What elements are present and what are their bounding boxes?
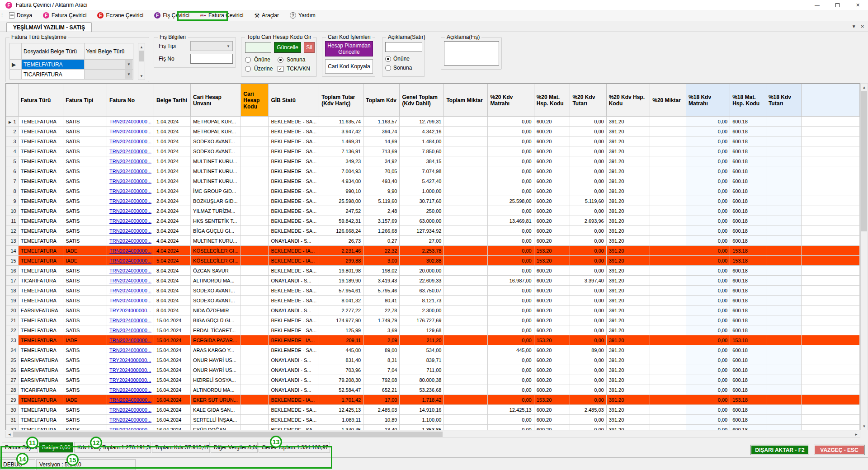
cell-kdv20-tutar[interactable]: 0,00: [570, 236, 606, 246]
cell-kdv20-tutar[interactable]: 2.693,96: [570, 216, 606, 226]
cell-belge-tarihi[interactable]: 4.04.2024: [154, 236, 191, 246]
cell-kdv20-matrah[interactable]: 0,00: [488, 306, 534, 315]
cell-toplam-kdv[interactable]: 394,74: [363, 127, 400, 136]
cell-fatura-tipi[interactable]: SATIS: [63, 186, 107, 196]
cell-fatura-no[interactable]: TRN2024000000...: [107, 176, 154, 186]
cell-fatura-turu[interactable]: TICARIFATURA: [18, 276, 63, 286]
cell-toplam-kdv[interactable]: 17,00: [363, 395, 400, 405]
disari-aktar-button[interactable]: DIŞARI AKTAR - F2: [750, 445, 809, 455]
cell-cari-unvan[interactable]: NİDA ÖZDEMİR: [191, 306, 241, 315]
cell-toplam-kdv[interactable]: 8,31: [363, 355, 400, 365]
cell-genel-toplam[interactable]: 8.121,73: [400, 296, 444, 306]
cell-kdv18-matrah[interactable]: 0,00: [686, 136, 730, 146]
cell-cari-unvan[interactable]: SODEXO AVANT...: [191, 286, 241, 296]
cell-toplam-tutar[interactable]: 57.954,61: [319, 286, 363, 296]
cell-belge-tarihi[interactable]: 8.04.2024: [154, 306, 191, 315]
cell-cari-unvan[interactable]: ONUR HAYRİ US...: [191, 365, 241, 375]
cell-mat20-kodu[interactable]: 600.20: [534, 166, 570, 176]
invoice-link[interactable]: TRN2024000000...: [109, 278, 151, 283]
cell-toplam-tutar[interactable]: 7.136,91: [319, 146, 363, 156]
cell-kdv18-matrah[interactable]: 0,00: [686, 226, 730, 236]
cell-fatura-turu[interactable]: TEMELFATURA: [18, 395, 63, 405]
cell-kdv18-matrah[interactable]: 0,00: [686, 266, 730, 276]
cell-toplam-tutar[interactable]: 349,23: [319, 156, 363, 166]
cell-no[interactable]: 5: [6, 156, 19, 166]
cell-toplam-tutar[interactable]: 4.934,00: [319, 176, 363, 186]
cell-mat20-kodu[interactable]: 600.20: [534, 146, 570, 156]
cell-fatura-turu[interactable]: TEMELFATURA: [18, 345, 63, 355]
cell-cari-unvan[interactable]: ERDAL TİCARET...: [191, 325, 241, 335]
cell-kdv20-tutar[interactable]: 0,00: [570, 335, 606, 345]
cell-kdv20-matrah[interactable]: 0,00: [488, 385, 534, 395]
cell-mat18-kodu[interactable]: 600.18: [730, 385, 766, 395]
cell-toplam-kdv[interactable]: 792,08: [363, 375, 400, 385]
cell-fatura-no[interactable]: TRN2024000000...: [107, 206, 154, 216]
cell-fatura-no[interactable]: TRN2024000000...: [107, 136, 154, 146]
cell-kdv20-tutar[interactable]: 0,00: [570, 136, 606, 146]
cell-kdv20-hsp-kodu[interactable]: 391.20: [606, 355, 650, 365]
cell-kdv18-matrah[interactable]: 0,00: [686, 315, 730, 325]
cell-genel-toplam[interactable]: 839,71: [400, 355, 444, 365]
cell-fatura-no[interactable]: TRY2024000000...: [107, 375, 154, 385]
cell-mat20-kodu[interactable]: 600.20: [534, 385, 570, 395]
cell-belge-tarihi[interactable]: 1.04.2024: [154, 146, 191, 156]
cell-kdv20-hsp-kodu[interactable]: 391.20: [606, 256, 650, 266]
cell-toplam-kdv[interactable]: 2,48: [363, 206, 400, 216]
cell-toplam-kdv[interactable]: 1.163,57: [363, 117, 400, 127]
cell-fatura-tipi[interactable]: SATIS: [63, 415, 107, 425]
hesap-planimdan-guncelle-button[interactable]: Hesap Planımdan Güncelle: [325, 41, 373, 56]
cell-gib-statu[interactable]: BEKLEMEDE - SA...: [269, 415, 319, 425]
cell-gib-statu[interactable]: BEKLEMEDE - SA...: [269, 296, 319, 306]
cell-toplam-kdv[interactable]: 3.157,69: [363, 216, 400, 226]
cell-fatura-tipi[interactable]: SATIS: [63, 206, 107, 216]
cell-fatura-no[interactable]: TRN2024000000...: [107, 266, 154, 276]
cell-toplam-kdv[interactable]: 493,40: [363, 176, 400, 186]
cell-genel-toplam[interactable]: 53.236,68: [400, 385, 444, 395]
cell-genel-toplam[interactable]: 80.000,38: [400, 375, 444, 385]
cell-miktar20[interactable]: [650, 117, 686, 127]
cell-kdv18-tutar[interactable]: [766, 306, 801, 315]
cell-no[interactable]: 32: [6, 425, 19, 431]
cell-fatura-no[interactable]: TRN2024000000...: [107, 226, 154, 236]
cell-mat18-kodu[interactable]: 600.18: [730, 206, 766, 216]
mapping-cell-yeni-turu-dropdown[interactable]: ▼: [84, 60, 133, 70]
cell-kdv20-matrah[interactable]: 13.469,81: [488, 216, 534, 226]
cell-kdv18-tutar[interactable]: [766, 395, 801, 405]
cell-kdv18-tutar[interactable]: [766, 256, 801, 266]
cell-toplam-tutar[interactable]: 209,11: [319, 335, 363, 345]
cell-kdv20-hsp-kodu[interactable]: 391.20: [606, 146, 650, 156]
cell-toplam-miktar[interactable]: [444, 127, 488, 136]
cell-kdv20-hsp-kodu[interactable]: 391.20: [606, 315, 650, 325]
cell-gib-statu[interactable]: ONAYLANDI - S...: [269, 385, 319, 395]
cell-kdv20-matrah[interactable]: 0,00: [488, 156, 534, 166]
cell-belge-tarihi[interactable]: 15.04.2024: [154, 345, 191, 355]
cell-fatura-tipi[interactable]: SATIS: [63, 136, 107, 146]
cell-mat20-kodu[interactable]: 600.20: [534, 196, 570, 206]
cell-miktar20[interactable]: [650, 286, 686, 296]
cell-genel-toplam[interactable]: 1.484,00: [400, 136, 444, 146]
cell-kdv20-hsp-kodu[interactable]: 391.20: [606, 226, 650, 236]
cell-belge-tarihi[interactable]: 16.04.2024: [154, 395, 191, 405]
cell-mat18-kodu[interactable]: 600.18: [730, 156, 766, 166]
column-header-fatura-tipi[interactable]: Fatura Tipi: [63, 84, 107, 117]
cell-kdv18-matrah[interactable]: 0,00: [686, 216, 730, 226]
cell-kdv20-matrah[interactable]: 0,00: [488, 365, 534, 375]
cell-toplam-miktar[interactable]: [444, 216, 488, 226]
cell-cari-kodu[interactable]: [241, 365, 269, 375]
cell-gib-statu[interactable]: BEKLEMEDE - SA...: [269, 266, 319, 276]
invoice-link[interactable]: TRY2024000000...: [109, 367, 151, 373]
cell-kdv18-matrah[interactable]: 0,00: [686, 286, 730, 296]
cell-kdv20-matrah[interactable]: 0,00: [488, 425, 534, 431]
cell-kdv20-hsp-kodu[interactable]: 391.20: [606, 156, 650, 166]
cell-gib-statu[interactable]: BEKLEMEDE - SA...: [269, 286, 319, 296]
cell-toplam-kdv[interactable]: 5.119,60: [363, 196, 400, 206]
mapping-grid-scrollbar[interactable]: ▲ ▼: [138, 43, 145, 80]
cell-cari-unvan[interactable]: ALTINORDU MA...: [191, 276, 241, 286]
cell-kdv20-matrah[interactable]: 0,00: [488, 296, 534, 306]
cell-toplam-kdv[interactable]: 13,40: [363, 425, 400, 431]
cell-fatura-turu[interactable]: TEMELFATURA: [18, 226, 63, 236]
cell-toplam-tutar[interactable]: 1.469,31: [319, 136, 363, 146]
cell-mat18-kodu[interactable]: 600.18: [730, 127, 766, 136]
cell-cari-kodu[interactable]: [241, 236, 269, 246]
cell-miktar20[interactable]: [650, 355, 686, 365]
